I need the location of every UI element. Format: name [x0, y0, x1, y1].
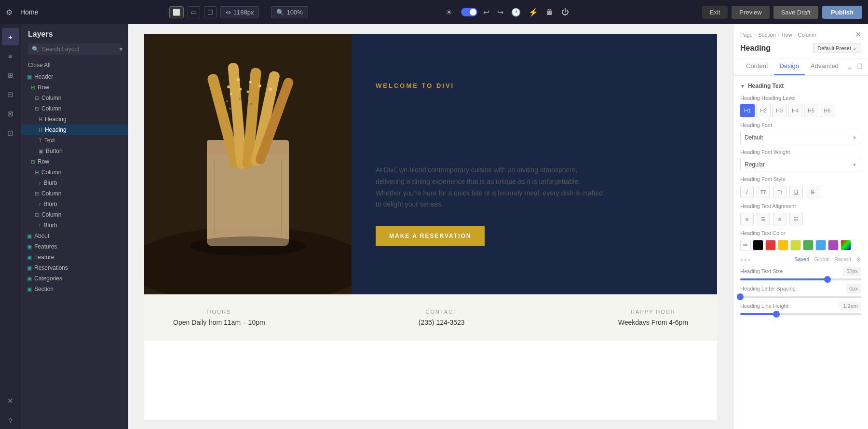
capitalize-button[interactable]: Tt: [773, 186, 787, 198]
save-draft-button[interactable]: Save Draft: [773, 6, 818, 19]
heading-text-section[interactable]: ▼ Heading Text: [740, 83, 861, 89]
media-icon[interactable]: ⊞: [2, 67, 19, 84]
layer-blurb3[interactable]: ↑ Blurb: [21, 220, 128, 231]
color-blue[interactable]: [815, 240, 826, 250]
h1-button[interactable]: H1: [740, 104, 755, 117]
layer-button[interactable]: ▣ Button: [21, 146, 128, 156]
history-icon[interactable]: 🕐: [509, 6, 523, 19]
breadcrumb-section[interactable]: Section: [758, 32, 776, 38]
layer-feature[interactable]: ▣ Feature: [21, 252, 128, 263]
layer-reservations[interactable]: ▣ Reservations: [21, 263, 128, 273]
close-all-button[interactable]: Close All: [21, 60, 128, 71]
layer-heading1[interactable]: H Heading: [21, 114, 128, 125]
desktop-view-button[interactable]: ⬜: [169, 6, 184, 18]
line-height-slider-track[interactable]: [740, 313, 861, 315]
size-slider-track[interactable]: [740, 278, 861, 280]
color-tab-recent[interactable]: Recent: [834, 256, 851, 263]
theme-toggle[interactable]: [461, 8, 477, 16]
layers-search-input[interactable]: [42, 46, 114, 53]
weight-dropdown[interactable]: Regular ▼: [740, 158, 861, 171]
color-green[interactable]: [803, 240, 814, 250]
panel-close-button[interactable]: ✕: [855, 30, 861, 39]
trash-icon[interactable]: 🗑: [544, 6, 556, 18]
layer-col5[interactable]: ⊟ Column: [21, 209, 128, 220]
tablet-view-button[interactable]: ▭: [188, 6, 200, 18]
color-settings-icon[interactable]: ⚙: [856, 256, 861, 263]
color-red[interactable]: [765, 240, 776, 250]
gear-icon[interactable]: ⚙: [6, 8, 13, 17]
layer-row2[interactable]: ⊞ Row: [21, 156, 128, 167]
h5-button[interactable]: H5: [804, 104, 818, 117]
layer-heading2[interactable]: H Heading: [21, 125, 128, 135]
align-center-button[interactable]: ☰: [757, 213, 770, 225]
line-height-slider-thumb[interactable]: [773, 311, 780, 318]
layer-features[interactable]: ▣ Features: [21, 241, 128, 252]
size-value[interactable]: 52px: [843, 267, 861, 276]
size-slider-thumb[interactable]: [824, 276, 831, 283]
color-black[interactable]: [753, 240, 763, 250]
spacing-slider-thumb[interactable]: [737, 293, 744, 300]
redo-icon[interactable]: ↪: [495, 6, 505, 19]
help-icon[interactable]: ?: [2, 412, 19, 429]
search-icon[interactable]: ⊟: [2, 86, 19, 103]
portability-icon[interactable]: ⊡: [2, 125, 19, 142]
breadcrumb-page[interactable]: Page: [740, 32, 753, 38]
line-height-value[interactable]: 1.2em: [840, 302, 861, 310]
strikethrough-button[interactable]: S: [806, 186, 819, 198]
home-label[interactable]: Home: [20, 8, 38, 16]
layer-col2[interactable]: ⊟ Column: [21, 103, 128, 114]
spacing-value[interactable]: 0px: [846, 284, 861, 293]
spacing-slider-track[interactable]: [740, 296, 861, 298]
power-icon[interactable]: ⏻: [559, 6, 571, 18]
breadcrumb-column[interactable]: Column: [798, 32, 816, 38]
publish-button[interactable]: Publish: [822, 6, 862, 19]
layer-section[interactable]: ▣ Section: [21, 284, 128, 294]
color-lime[interactable]: [790, 240, 801, 250]
h3-button[interactable]: H3: [772, 104, 787, 117]
filter-icon[interactable]: ▼: [118, 46, 124, 53]
color-tab-saved[interactable]: Saved: [794, 256, 809, 263]
color-tab-global[interactable]: Global: [814, 256, 829, 263]
zoom-display[interactable]: 🔍 100%: [271, 6, 308, 18]
layer-about[interactable]: ▣ About: [21, 231, 128, 241]
settings-icon[interactable]: ⚡: [527, 6, 540, 19]
preset-dropdown[interactable]: Default Preset ⌄: [813, 43, 861, 53]
layer-header[interactable]: ▣ Header: [21, 71, 128, 82]
h2-button[interactable]: H2: [756, 104, 771, 117]
width-display[interactable]: ⇔ 1188px: [220, 6, 259, 18]
hero-cta-button[interactable]: MAKE A RESERVATION: [376, 226, 485, 246]
sun-icon[interactable]: ☀: [444, 6, 454, 19]
align-right-button[interactable]: ≡: [773, 213, 787, 225]
canvas-area[interactable]: WELCOME TO DIVI Where Modern Flavors Mee…: [128, 24, 733, 429]
h6-button[interactable]: H6: [820, 104, 834, 117]
layer-row1[interactable]: ⊞ Row: [21, 82, 128, 93]
align-justify-button[interactable]: ☷: [789, 213, 803, 225]
breadcrumb-row[interactable]: Row: [782, 32, 792, 38]
layer-text[interactable]: T Text: [21, 135, 128, 146]
add-module-icon[interactable]: +: [2, 28, 19, 45]
layer-categories[interactable]: ▣ Categories: [21, 273, 128, 284]
color-purple[interactable]: [828, 240, 839, 250]
tab-design[interactable]: Design: [774, 58, 805, 75]
layer-blurb2[interactable]: ↑ Blurb: [21, 199, 128, 209]
undo-icon[interactable]: ↩: [481, 6, 491, 19]
font-dropdown[interactable]: Default ▼: [740, 131, 861, 144]
tab-check[interactable]: ☐: [854, 58, 865, 75]
italic-button[interactable]: I: [740, 186, 754, 198]
color-yellow[interactable]: [778, 240, 788, 250]
align-left-button[interactable]: ≡: [740, 213, 754, 225]
history-panel-icon[interactable]: ⊠: [2, 105, 19, 123]
layer-col1[interactable]: ⊟ Column: [21, 93, 128, 103]
preview-button[interactable]: Preview: [732, 6, 769, 19]
color-picker-icon[interactable]: ✏: [740, 240, 751, 250]
layer-col3[interactable]: ⊟ Column: [21, 167, 128, 178]
tab-more[interactable]: ⌄: [844, 58, 854, 75]
mobile-view-button[interactable]: ☐: [204, 6, 217, 18]
color-multi[interactable]: [841, 240, 851, 250]
layer-blurb1[interactable]: ↑ Blurb: [21, 178, 128, 188]
uppercase-button[interactable]: TT: [757, 186, 770, 198]
underline-button[interactable]: U: [789, 186, 803, 198]
tools-icon[interactable]: ✕: [2, 392, 19, 410]
layers-icon[interactable]: ≡: [2, 47, 19, 65]
layer-col4[interactable]: ⊟ Column: [21, 188, 128, 199]
